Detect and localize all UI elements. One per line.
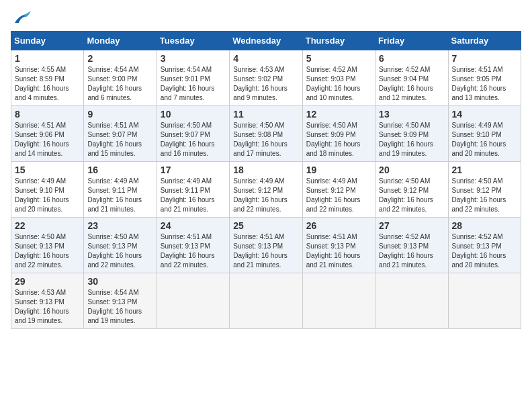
day-info: Sunrise: 4:52 AMSunset: 9:13 PMDaylight:… (452, 232, 517, 270)
day-number: 9 (87, 109, 152, 120)
week-row-4: 22Sunrise: 4:50 AMSunset: 9:13 PMDayligh… (11, 218, 521, 273)
day-info: Sunrise: 4:49 AMSunset: 9:12 PMDaylight:… (233, 177, 298, 214)
day-info: Sunrise: 4:49 AMSunset: 9:10 PMDaylight:… (15, 177, 80, 214)
calendar-header-row: SundayMondayTuesdayWednesdayThursdayFrid… (11, 32, 521, 50)
day-number: 25 (233, 220, 298, 231)
day-number: 23 (87, 220, 152, 231)
calendar-cell: 21Sunrise: 4:50 AMSunset: 9:12 PMDayligh… (448, 162, 521, 218)
day-info: Sunrise: 4:49 AMSunset: 9:10 PMDaylight:… (452, 121, 517, 158)
day-info: Sunrise: 4:54 AMSunset: 9:13 PMDaylight:… (87, 288, 152, 326)
day-number: 14 (452, 109, 517, 120)
day-number: 6 (379, 53, 444, 64)
calendar-cell: 3Sunrise: 4:54 AMSunset: 9:01 PMDaylight… (157, 50, 229, 106)
calendar-cell: 6Sunrise: 4:52 AMSunset: 9:04 PMDaylight… (375, 50, 448, 106)
week-row-3: 15Sunrise: 4:49 AMSunset: 9:10 PMDayligh… (11, 162, 521, 218)
day-number: 8 (15, 109, 80, 120)
day-info: Sunrise: 4:55 AMSunset: 8:59 PMDaylight:… (15, 65, 80, 103)
day-number: 20 (379, 165, 444, 175)
day-number: 13 (379, 109, 444, 120)
day-info: Sunrise: 4:51 AMSunset: 9:07 PMDaylight:… (87, 121, 152, 158)
day-number: 24 (161, 220, 226, 231)
day-number: 1 (15, 53, 80, 64)
day-info: Sunrise: 4:53 AMSunset: 9:02 PMDaylight:… (233, 65, 298, 103)
calendar-cell: 30Sunrise: 4:54 AMSunset: 9:13 PMDayligh… (84, 273, 157, 329)
day-number: 11 (233, 109, 298, 120)
calendar-cell (448, 273, 521, 329)
day-info: Sunrise: 4:51 AMSunset: 9:05 PMDaylight:… (452, 65, 517, 103)
calendar-cell: 4Sunrise: 4:53 AMSunset: 9:02 PMDaylight… (230, 50, 302, 106)
day-info: Sunrise: 4:51 AMSunset: 9:13 PMDaylight:… (161, 232, 226, 270)
calendar-cell: 15Sunrise: 4:49 AMSunset: 9:10 PMDayligh… (11, 162, 84, 218)
day-number: 16 (87, 165, 152, 175)
header-friday: Friday (375, 32, 448, 50)
day-info: Sunrise: 4:49 AMSunset: 9:12 PMDaylight:… (306, 177, 371, 214)
day-info: Sunrise: 4:52 AMSunset: 9:03 PMDaylight:… (306, 65, 371, 103)
day-info: Sunrise: 4:52 AMSunset: 9:13 PMDaylight:… (379, 232, 444, 270)
day-info: Sunrise: 4:51 AMSunset: 9:06 PMDaylight:… (15, 121, 80, 158)
calendar-cell: 22Sunrise: 4:50 AMSunset: 9:13 PMDayligh… (11, 218, 84, 273)
day-info: Sunrise: 4:53 AMSunset: 9:13 PMDaylight:… (15, 288, 80, 326)
day-number: 3 (161, 53, 226, 64)
calendar-cell: 25Sunrise: 4:51 AMSunset: 9:13 PMDayligh… (230, 218, 302, 273)
logo-bird-icon (12, 11, 31, 26)
day-info: Sunrise: 4:50 AMSunset: 9:13 PMDaylight:… (15, 232, 80, 270)
day-number: 10 (161, 109, 226, 120)
day-number: 22 (15, 220, 80, 231)
calendar-cell: 2Sunrise: 4:54 AMSunset: 9:00 PMDaylight… (84, 50, 157, 106)
day-number: 15 (15, 165, 80, 175)
week-row-1: 1Sunrise: 4:55 AMSunset: 8:59 PMDaylight… (11, 50, 521, 106)
calendar-cell: 20Sunrise: 4:50 AMSunset: 9:12 PMDayligh… (375, 162, 448, 218)
calendar-cell: 5Sunrise: 4:52 AMSunset: 9:03 PMDaylight… (302, 50, 375, 106)
header-monday: Monday (84, 32, 157, 50)
calendar-cell: 28Sunrise: 4:52 AMSunset: 9:13 PMDayligh… (448, 218, 521, 273)
calendar-cell (230, 273, 302, 329)
day-number: 26 (306, 220, 371, 231)
calendar-cell: 12Sunrise: 4:50 AMSunset: 9:09 PMDayligh… (302, 106, 375, 162)
day-number: 12 (306, 109, 371, 120)
calendar-cell (375, 273, 448, 329)
calendar-cell: 7Sunrise: 4:51 AMSunset: 9:05 PMDaylight… (448, 50, 521, 106)
calendar-cell: 13Sunrise: 4:50 AMSunset: 9:09 PMDayligh… (375, 106, 448, 162)
header-thursday: Thursday (302, 32, 375, 50)
day-number: 29 (15, 276, 80, 287)
calendar-cell: 11Sunrise: 4:50 AMSunset: 9:08 PMDayligh… (230, 106, 302, 162)
calendar: SundayMondayTuesdayWednesdayThursdayFrid… (11, 31, 521, 329)
day-info: Sunrise: 4:54 AMSunset: 9:00 PMDaylight:… (87, 65, 152, 103)
day-info: Sunrise: 4:54 AMSunset: 9:01 PMDaylight:… (161, 65, 226, 103)
day-number: 18 (233, 165, 298, 175)
day-info: Sunrise: 4:51 AMSunset: 9:13 PMDaylight:… (233, 232, 298, 270)
day-number: 30 (87, 276, 152, 287)
header-saturday: Saturday (448, 32, 521, 50)
calendar-cell: 26Sunrise: 4:51 AMSunset: 9:13 PMDayligh… (302, 218, 375, 273)
day-info: Sunrise: 4:50 AMSunset: 9:12 PMDaylight:… (452, 177, 517, 214)
day-info: Sunrise: 4:49 AMSunset: 9:11 PMDaylight:… (87, 177, 152, 214)
day-info: Sunrise: 4:50 AMSunset: 9:08 PMDaylight:… (233, 121, 298, 158)
calendar-cell: 9Sunrise: 4:51 AMSunset: 9:07 PMDaylight… (84, 106, 157, 162)
day-info: Sunrise: 4:52 AMSunset: 9:04 PMDaylight:… (379, 65, 444, 103)
day-number: 5 (306, 53, 371, 64)
day-info: Sunrise: 4:50 AMSunset: 9:13 PMDaylight:… (87, 232, 152, 270)
week-row-5: 29Sunrise: 4:53 AMSunset: 9:13 PMDayligh… (11, 273, 521, 329)
day-number: 2 (87, 53, 152, 64)
calendar-cell (302, 273, 375, 329)
calendar-cell: 19Sunrise: 4:49 AMSunset: 9:12 PMDayligh… (302, 162, 375, 218)
calendar-cell: 17Sunrise: 4:49 AMSunset: 9:11 PMDayligh… (157, 162, 229, 218)
calendar-cell: 10Sunrise: 4:50 AMSunset: 9:07 PMDayligh… (157, 106, 229, 162)
calendar-cell (157, 273, 229, 329)
day-number: 19 (306, 165, 371, 175)
day-info: Sunrise: 4:50 AMSunset: 9:12 PMDaylight:… (379, 177, 444, 214)
day-info: Sunrise: 4:50 AMSunset: 9:07 PMDaylight:… (161, 121, 226, 158)
day-number: 4 (233, 53, 298, 64)
calendar-cell: 1Sunrise: 4:55 AMSunset: 8:59 PMDaylight… (11, 50, 84, 106)
calendar-cell: 29Sunrise: 4:53 AMSunset: 9:13 PMDayligh… (11, 273, 84, 329)
header-sunday: Sunday (11, 32, 84, 50)
day-number: 17 (161, 165, 226, 175)
day-info: Sunrise: 4:50 AMSunset: 9:09 PMDaylight:… (306, 121, 371, 158)
header (11, 11, 521, 26)
day-info: Sunrise: 4:49 AMSunset: 9:11 PMDaylight:… (161, 177, 226, 214)
day-number: 27 (379, 220, 444, 231)
header-tuesday: Tuesday (157, 32, 229, 50)
calendar-cell: 18Sunrise: 4:49 AMSunset: 9:12 PMDayligh… (230, 162, 302, 218)
calendar-cell: 8Sunrise: 4:51 AMSunset: 9:06 PMDaylight… (11, 106, 84, 162)
header-wednesday: Wednesday (230, 32, 302, 50)
